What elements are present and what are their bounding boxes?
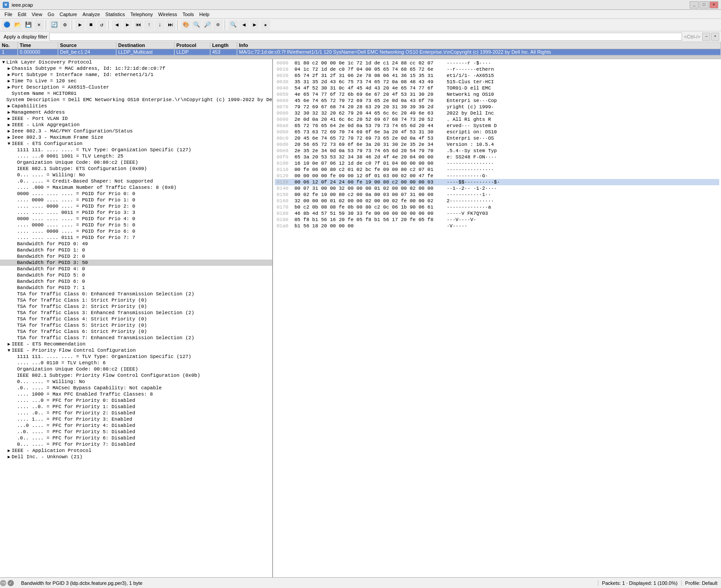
tree-item[interactable]: 1111 111. .... .... = TLV Type: Organiza…	[0, 147, 272, 153]
go-back-button[interactable]: ◀	[112, 20, 122, 30]
tree-item[interactable]: .... ...0 0001 1001 = TLV Length: 25	[0, 153, 272, 159]
expand-icon[interactable]: ▶	[6, 128, 12, 134]
tree-item[interactable]: .... .... .... 0011 = PGID for Prio 3: 3	[0, 209, 272, 216]
expand-icon[interactable]: ▼	[1, 60, 6, 65]
tree-item[interactable]: Organization Unique Code: 00:80:c2 (IEEE…	[0, 366, 272, 372]
tree-item[interactable]: TSA for Traffic Class 7: Enhanced Transm…	[0, 335, 272, 341]
tree-item[interactable]: System Name = HCITOR01	[0, 90, 272, 97]
expand-icon[interactable]: ▼	[6, 141, 12, 146]
close-button[interactable]: ×	[709, 1, 718, 9]
tree-item[interactable]: ▶ Ieee 802.3 - MAC/PHY Configuration/Sta…	[0, 128, 272, 134]
tree-item[interactable]: .... 0000 .... .... = PGID for Prio 1: 0	[0, 197, 272, 203]
menu-capture[interactable]: Capture	[57, 11, 80, 17]
tree-item[interactable]: IEEE 802.1 Subtype: ETS Configuration (0…	[0, 166, 272, 172]
maximize-button[interactable]: □	[700, 1, 708, 9]
tree-item[interactable]: .... ..0. = PFC for Priority 1: Disabled	[0, 404, 272, 410]
tree-item[interactable]: 0... .... = PFC for Priority 7: Disabled	[0, 441, 272, 447]
tree-item[interactable]: TSA for Traffic Class 4: Strict Priority…	[0, 316, 272, 322]
filter-arrow-right[interactable]: →	[702, 33, 710, 41]
tree-item[interactable]: TSA for Traffic Class 3: Enhanced Transm…	[0, 310, 272, 316]
tree-item[interactable]: 1111 111. .... .... = TLV Type: Organiza…	[0, 354, 272, 360]
close-button2[interactable]: ✕	[34, 20, 44, 30]
expand-icon[interactable]: ▶	[6, 122, 12, 128]
tree-item[interactable]: ▶ Capabilities	[0, 103, 272, 109]
expand-icon[interactable]: ▶	[6, 66, 12, 71]
tree-item[interactable]: .... .... .... 0111 = PGID for Prio 7: 7	[0, 234, 272, 241]
tree-item[interactable]: System Description = Dell EMC Networking…	[0, 97, 272, 103]
expand-icon[interactable]: ▼	[6, 348, 12, 353]
tree-item[interactable]: .... ...0 = PFC for Priority 0: Disabled	[0, 397, 272, 404]
expand-icon[interactable]: ▶	[6, 454, 12, 460]
filter-add[interactable]: +	[711, 33, 719, 41]
tree-item[interactable]: ▶ Dell Inc. - Unknown (21)	[0, 454, 272, 460]
tree-item[interactable]: ▶ IEEE - Port VLAN ID	[0, 115, 272, 122]
tree-item[interactable]: .... .000 = Maximum Number of Traffic Cl…	[0, 184, 272, 191]
save-button[interactable]: 💾	[23, 20, 33, 30]
go-prev-button[interactable]: ↑	[144, 20, 154, 30]
tree-item[interactable]: ...0 .... = PFC for Priority 4: Disabled	[0, 422, 272, 429]
tree-item[interactable]: IEEE 802.1 Subtype: Priority Flow Contro…	[0, 372, 272, 379]
go-forward-button[interactable]: ▶	[123, 20, 132, 30]
find-button[interactable]: 🔍	[228, 20, 238, 30]
tree-item[interactable]: .... 1... = PFC for Priority 3: Enabled	[0, 416, 272, 422]
tree-item[interactable]: ▶ Time To Live = 120 sec	[0, 78, 272, 84]
tree-item[interactable]: ▶ IEEE - ETS Recommendation	[0, 341, 272, 347]
find-next-button[interactable]: ▶	[250, 20, 260, 30]
zoom-in-button[interactable]: 🔍	[192, 20, 201, 30]
zoom-out-button[interactable]: 🔎	[202, 20, 212, 30]
tree-item[interactable]: TSA for Traffic Class 6: Strict Priority…	[0, 328, 272, 335]
menu-help[interactable]: Help	[196, 11, 212, 17]
expand-icon[interactable]: ▶	[6, 110, 12, 115]
menu-statistics[interactable]: Statistics	[102, 11, 128, 17]
tree-item[interactable]: TSA for Traffic Class 2: Strict Priority…	[0, 303, 272, 310]
expand-icon[interactable]: ▶	[6, 341, 12, 347]
mark-button[interactable]: ★	[260, 20, 270, 30]
expand-icon[interactable]: ▶	[6, 103, 12, 109]
tree-item[interactable]: .0.. .... = PFC for Priority 6: Disabled	[0, 435, 272, 441]
tree-item[interactable]: Bandwidth for PGID 2: 0	[0, 253, 272, 260]
tree-item[interactable]: Bandwidth for PGID 5: 0	[0, 272, 272, 278]
tree-item[interactable]: ▶ Management Address	[0, 109, 272, 115]
tree-item[interactable]: 0... .... = Willing: No	[0, 172, 272, 178]
tree-item[interactable]: ▼ IEEE - Priority Flow Control Configura…	[0, 347, 272, 354]
tree-item[interactable]: .... .0.. = PFC for Priority 2: Disabled	[0, 410, 272, 416]
expand-icon[interactable]: ▶	[6, 85, 12, 90]
tree-item[interactable]: ▶ Port Subtype = Interface name, Id: eth…	[0, 72, 272, 78]
menu-telephony[interactable]: Telephony	[128, 11, 155, 17]
tree-item[interactable]: 0000 .... .... .... = PGID for Prio 0: 0	[0, 191, 272, 197]
tree-item-pgid3[interactable]: Bandwidth for PGID 3: 50	[0, 260, 272, 266]
menu-analyze[interactable]: Analyze	[80, 11, 102, 17]
tree-item[interactable]: Organization Unique Code: 00:80:c2 (IEEE…	[0, 159, 272, 166]
tree-item[interactable]: Bandwidth for PGID 6: 0	[0, 278, 272, 285]
tree-item[interactable]: TSA for Traffic Class 5: Strict Priority…	[0, 322, 272, 328]
menu-wireless[interactable]: Wireless	[156, 11, 180, 17]
tree-item[interactable]: ..0. .... = PFC for Priority 5: Disabled	[0, 429, 272, 435]
tree-item[interactable]: 0000 .... .... .... = PGID for Prio 4: 0	[0, 216, 272, 222]
tree-item[interactable]: ▶ Chassis Subtype = MAC address, Id: 1c:…	[0, 65, 272, 72]
tree-item[interactable]: Bandwidth for PGID 1: 0	[0, 247, 272, 253]
tree-item[interactable]: .... 1000 = Max PFC Enabled Traffic Clas…	[0, 391, 272, 397]
menu-file[interactable]: File	[2, 11, 15, 17]
tree-item[interactable]: ▶ IEEE - Link Aggregation	[0, 122, 272, 128]
menu-tools[interactable]: Tools	[180, 11, 197, 17]
menu-view[interactable]: View	[29, 11, 45, 17]
colorize-button[interactable]: 🎨	[181, 20, 191, 30]
expand-icon[interactable]: ▶	[6, 448, 12, 453]
reload-button[interactable]: 🔄	[49, 20, 59, 30]
minimize-button[interactable]: _	[690, 1, 699, 9]
go-next-button[interactable]: ↓	[155, 20, 165, 30]
find-prev-button[interactable]: ◀	[239, 20, 249, 30]
tree-item[interactable]: .... ...0 0110 = TLV Length: 6	[0, 360, 272, 366]
open-button[interactable]: 📂	[13, 20, 22, 30]
window-controls[interactable]: _ □ ×	[690, 1, 718, 9]
expand-icon[interactable]: ▶	[6, 116, 12, 121]
tree-item[interactable]: .0.. .... = MACsec Bypass Capability: No…	[0, 385, 272, 391]
menu-go[interactable]: Go	[45, 11, 57, 17]
go-first-button[interactable]: ⏮	[133, 20, 143, 30]
tree-item[interactable]: ▼ IEEE - ETS Configuration	[0, 141, 272, 147]
packet-row[interactable]: 1 0.000000 Dell_be:c1:24 LLDP_Multicast …	[0, 49, 721, 55]
tree-item[interactable]: Bandwidth for PGID 0: 49	[0, 241, 272, 247]
tree-item[interactable]: 0... .... = Willing: No	[0, 379, 272, 385]
filter-input[interactable]	[49, 33, 682, 41]
go-last-button[interactable]: ⏭	[166, 20, 175, 30]
